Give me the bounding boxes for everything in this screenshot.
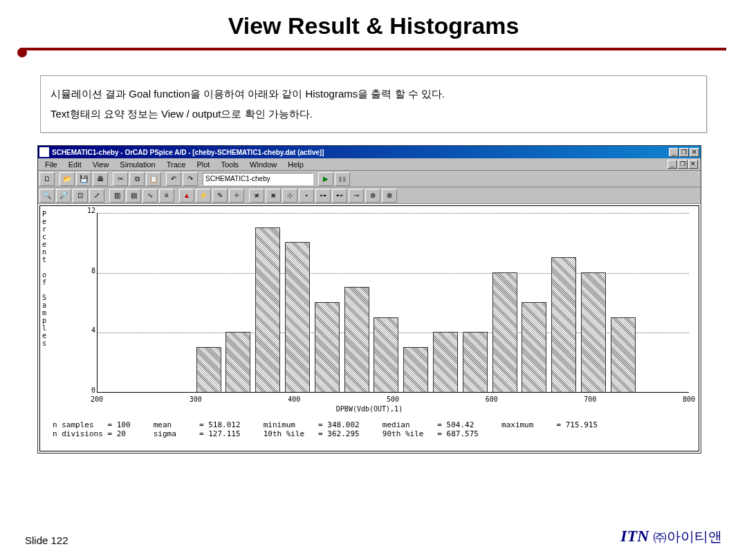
footer-brand: ITN ㈜아이티앤 — [620, 527, 722, 546]
x-tick: 800 — [683, 395, 695, 403]
menu-help[interactable]: Help — [284, 160, 308, 169]
info-line-1: 시뮬레이션 결과 Goal function을 이용하여 아래와 같이 Hist… — [50, 84, 697, 104]
slide-footer: Slide 122 ITN ㈜아이티앤 — [25, 527, 722, 546]
histogram-bar — [433, 332, 458, 392]
cursor-6-icon[interactable]: ⊷ — [332, 189, 347, 203]
pause-icon[interactable]: ▮▮ — [335, 172, 350, 186]
minimize-button[interactable]: _ — [669, 148, 679, 157]
x-tick: 200 — [91, 395, 103, 403]
window-buttons: _ ❐ ✕ — [669, 148, 699, 157]
histogram-bar — [225, 332, 250, 392]
x-tick: 700 — [584, 395, 596, 403]
menu-trace[interactable]: Trace — [163, 160, 190, 169]
doc-close-button[interactable]: ✕ — [688, 160, 698, 169]
menu-simulation[interactable]: Simulation — [116, 160, 159, 169]
doc-window-buttons: _ ❐ ✕ — [667, 160, 698, 169]
histogram-bar — [611, 317, 636, 392]
histogram-bar — [403, 347, 428, 392]
cursor-9-icon[interactable]: ⊗ — [382, 189, 397, 203]
fft-icon[interactable]: ∿ — [142, 189, 158, 203]
perf-icon[interactable]: ≡ — [159, 189, 174, 203]
y-tick: 12 — [87, 207, 95, 214]
x-tick: 600 — [486, 395, 498, 403]
maximize-button[interactable]: ❐ — [679, 148, 689, 157]
log-x-icon[interactable]: ▥ — [109, 189, 124, 203]
histogram-bar — [492, 272, 517, 392]
pspice-window: SCHEMATIC1-cheby - OrCAD PSpice A/D - [c… — [37, 145, 701, 454]
zoom-fit-icon[interactable]: ⤢ — [89, 189, 104, 203]
slide-title: View Result & Histograms — [0, 0, 747, 48]
title-underline — [21, 48, 726, 50]
y-ticks: 04812 — [83, 210, 95, 393]
paste-icon[interactable]: 📋 — [146, 172, 161, 186]
cursor-2-icon[interactable]: ⋇ — [266, 189, 281, 203]
menu-view[interactable]: View — [89, 160, 113, 169]
cut-icon[interactable]: ✂ — [113, 172, 128, 186]
histogram-bar — [374, 317, 398, 392]
copy-icon[interactable]: ⧉ — [129, 172, 145, 186]
x-ticks: 200300400500600700800 — [97, 395, 689, 405]
histogram-bar — [285, 242, 310, 392]
slide-number: Slide 122 — [25, 534, 68, 546]
menubar: File Edit View Simulation Trace Plot Too… — [38, 158, 701, 171]
histogram-bar — [315, 302, 340, 392]
x-axis-label: DPBW(Vdb(OUT),1) — [40, 405, 699, 413]
y-axis-label: PercentofSamples — [42, 210, 46, 347]
save-icon[interactable]: 💾 — [76, 172, 91, 186]
y-tick: 8 — [91, 267, 95, 274]
undo-icon[interactable]: ↶ — [166, 172, 181, 186]
cursor-8-icon[interactable]: ⊕ — [365, 189, 380, 203]
histogram-bar — [551, 257, 576, 392]
histogram-bar — [344, 287, 369, 392]
zoom-area-icon[interactable]: ⊡ — [73, 189, 88, 203]
cursor-1-icon[interactable]: ≭ — [249, 189, 264, 203]
menu-window[interactable]: Window — [246, 160, 281, 169]
menu-edit[interactable]: Edit — [64, 160, 86, 169]
menu-tools[interactable]: Tools — [216, 160, 243, 169]
schematic-combo[interactable]: SCHEMATIC1-cheby — [203, 173, 313, 185]
x-tick: 500 — [387, 395, 399, 403]
run-icon[interactable]: ▶ — [318, 172, 333, 186]
histogram-bar — [581, 272, 606, 392]
histogram-bar — [196, 347, 221, 392]
histogram-bar — [463, 332, 488, 392]
y-tick: 4 — [91, 326, 95, 334]
cursor-4-icon[interactable]: ⋆ — [299, 189, 314, 203]
marker-icon[interactable]: ✧ — [229, 189, 244, 203]
print-icon[interactable]: 🖶 — [93, 172, 108, 186]
bullet-dot — [17, 48, 27, 57]
y-tick: 0 — [91, 386, 95, 394]
cursor-7-icon[interactable]: ⊸ — [349, 189, 364, 203]
zoom-in-icon[interactable]: 🔍 — [39, 189, 55, 203]
plot-inner: PercentofSamples 04812 20030040050060070… — [39, 205, 699, 451]
close-button[interactable]: ✕ — [690, 148, 699, 157]
trace-add-icon[interactable]: ▲ — [179, 189, 194, 203]
doc-restore-button[interactable]: ❐ — [678, 160, 688, 169]
open-icon[interactable]: 📂 — [59, 172, 75, 186]
x-tick: 300 — [190, 395, 202, 403]
histogram-bar — [255, 227, 280, 392]
cursor-3-icon[interactable]: ⊹ — [282, 189, 297, 203]
new-icon[interactable]: 🗋 — [39, 172, 55, 186]
titlebar: SCHEMATIC1-cheby - OrCAD PSpice A/D - [c… — [38, 146, 701, 158]
plot-panel: PercentofSamples 04812 20030040050060070… — [38, 204, 701, 453]
menu-plot[interactable]: Plot — [192, 160, 214, 169]
cursor-5-icon[interactable]: ⊶ — [315, 189, 331, 203]
redo-icon[interactable]: ↷ — [183, 172, 198, 186]
toolbar-row-1: 🗋 📂 💾 🖶 ✂ ⧉ 📋 ↶ ↷ SCHEMATIC1-cheby ▶ ▮▮ — [38, 171, 701, 187]
x-tick: 400 — [288, 395, 300, 403]
eval-icon[interactable]: ⚡ — [196, 189, 211, 203]
titlebar-text: SCHEMATIC1-cheby - OrCAD PSpice A/D - [c… — [52, 149, 669, 156]
toolbar-row-2: 🔍 🔎 ⊡ ⤢ ▥ ▤ ∿ ≡ ▲ ⚡ ✎ ✧ ≭ ⋇ ⊹ ⋆ ⊶ ⊷ ⊸ ⊕ … — [38, 187, 701, 204]
histogram-chart — [97, 213, 689, 393]
log-y-icon[interactable]: ▤ — [126, 189, 141, 203]
app-icon — [39, 147, 49, 157]
zoom-out-icon[interactable]: 🔎 — [56, 189, 71, 203]
stats-summary: n samples = 100 mean = 518.012 minimum =… — [53, 420, 689, 438]
info-line-2: Text형태의 요약 정보는 View / output으로 확인 가능하다. — [50, 104, 697, 124]
info-box: 시뮬레이션 결과 Goal function을 이용하여 아래와 같이 Hist… — [40, 75, 707, 133]
menu-file[interactable]: File — [41, 160, 62, 169]
text-icon[interactable]: ✎ — [212, 189, 228, 203]
histogram-bar — [522, 302, 546, 392]
doc-minimize-button[interactable]: _ — [667, 160, 677, 169]
